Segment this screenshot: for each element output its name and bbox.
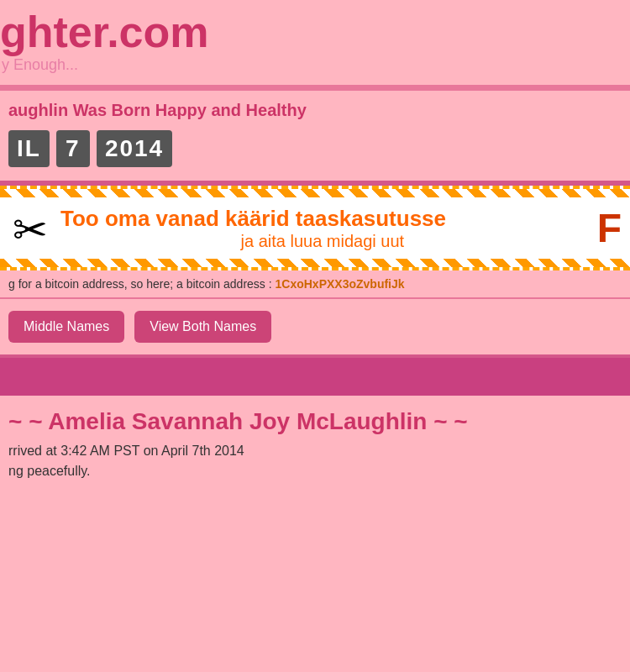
site-header: ghter.com y Enough...: [0, 0, 630, 87]
site-subtitle: y Enough...: [0, 56, 630, 81]
main-content: ~ ~ Amelia Savannah Joy McLaughlin ~ ~ r…: [0, 396, 630, 487]
ad-main-text: Too oma vanad käärid taaskasutusse: [60, 206, 585, 232]
article-header: aughlin Was Born Happy and Healthy IL 7 …: [0, 91, 630, 181]
date-month: IL: [8, 130, 50, 167]
middle-names-button[interactable]: Middle Names: [8, 311, 124, 343]
site-title: ghter.com: [0, 8, 630, 56]
pink-bar: [0, 358, 630, 396]
date-year: 2014: [97, 130, 172, 167]
article-title: aughlin Was Born Happy and Healthy: [8, 101, 622, 120]
ad-stripe-top: [0, 189, 630, 197]
ad-right-letter: F: [597, 205, 622, 251]
date-day: 7: [56, 130, 90, 167]
bitcoin-address: 1CxoHxPXX3oZvbufiJk: [276, 277, 405, 291]
peaceful-text: ng peacefully.: [8, 464, 622, 479]
baby-name: ~ ~ Amelia Savannah Joy McLaughlin ~ ~: [8, 408, 622, 435]
ad-sub-text: ja aita luua midagi uut: [60, 232, 585, 251]
bitcoin-prefix: g for a bitcoin address, so here; a bitc…: [8, 277, 272, 291]
date-display: IL 7 2014: [8, 130, 622, 167]
ad-text-block: Too oma vanad käärid taaskasutusse ja ai…: [60, 206, 585, 251]
view-both-names-button[interactable]: View Both Names: [134, 311, 271, 343]
ad-stripe-bottom: [0, 259, 630, 267]
arrival-text: rrived at 3:42 AM PST on April 7th 2014: [8, 444, 622, 459]
scissors-icon: ✂: [13, 206, 48, 255]
button-area: Middle Names View Both Names: [0, 299, 630, 358]
bitcoin-bar: g for a bitcoin address, so here; a bitc…: [0, 270, 630, 299]
ad-banner: ✂ Too oma vanad käärid taaskasutusse ja …: [0, 186, 630, 270]
